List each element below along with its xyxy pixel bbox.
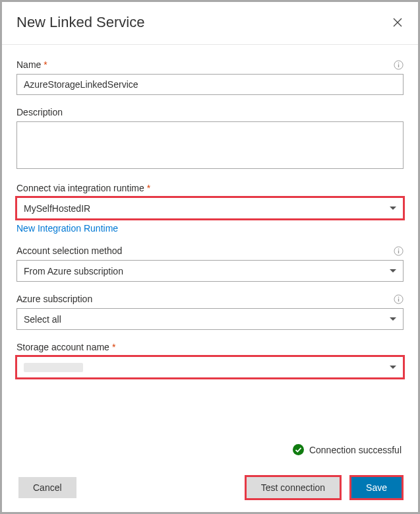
- info-icon[interactable]: [394, 60, 404, 70]
- name-label: Name*: [16, 59, 47, 70]
- subscription-select[interactable]: Select all: [16, 308, 404, 330]
- svg-rect-2: [398, 62, 399, 63]
- svg-rect-4: [398, 250, 399, 253]
- check-icon: [293, 444, 304, 455]
- svg-rect-1: [398, 64, 399, 67]
- connection-status-text: Connection successful: [309, 445, 402, 455]
- storage-label: Storage account name*: [16, 342, 115, 352]
- cancel-button[interactable]: Cancel: [18, 477, 76, 498]
- description-label: Description: [16, 107, 63, 117]
- info-icon[interactable]: [394, 294, 404, 304]
- runtime-label: Connect via integration runtime*: [16, 183, 150, 193]
- subscription-label: Azure subscription: [16, 294, 92, 304]
- page-title: New Linked Service: [16, 14, 144, 31]
- close-button[interactable]: [390, 15, 405, 30]
- close-icon: [393, 18, 402, 27]
- chevron-down-icon: [390, 207, 396, 210]
- acct-method-select[interactable]: From Azure subscription: [16, 260, 404, 282]
- connection-status: Connection successful: [293, 444, 402, 455]
- description-input[interactable]: [16, 121, 404, 169]
- chevron-down-icon: [390, 317, 396, 321]
- subscription-value: Select all: [24, 314, 61, 325]
- acct-method-label: Account selection method: [16, 245, 122, 256]
- acct-method-value: From Azure subscription: [24, 266, 123, 276]
- test-connection-button[interactable]: Test connection: [247, 477, 340, 498]
- chevron-down-icon: [390, 366, 396, 369]
- svg-rect-7: [398, 298, 399, 302]
- svg-rect-5: [398, 248, 399, 249]
- runtime-value: MySelfHostedIR: [24, 203, 90, 214]
- runtime-select[interactable]: MySelfHostedIR: [16, 197, 404, 219]
- storage-select[interactable]: [16, 356, 404, 378]
- storage-value: [24, 363, 83, 372]
- save-button[interactable]: Save: [351, 477, 402, 498]
- new-integration-runtime-link[interactable]: New Integration Runtime: [16, 223, 118, 234]
- svg-rect-8: [398, 296, 399, 297]
- info-icon[interactable]: [394, 246, 404, 256]
- svg-point-9: [293, 444, 304, 455]
- name-input[interactable]: [16, 74, 404, 95]
- chevron-down-icon: [390, 269, 396, 273]
